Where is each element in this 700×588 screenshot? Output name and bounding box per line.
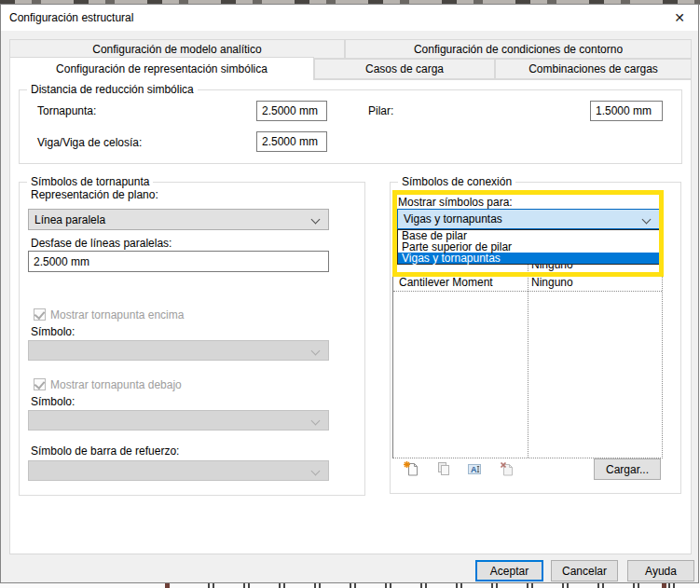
ayuda-button[interactable]: Ayuda: [627, 560, 694, 581]
button-label: Cargar...: [606, 463, 649, 476]
mostrar-debajo-label: Mostrar tornapunta debajo: [50, 378, 182, 391]
combobox-value: Vigas y tornapuntas: [404, 212, 502, 226]
desfase-label: Desfase de líneas paralelas:: [31, 237, 172, 250]
background-artifacts: [182, 583, 689, 588]
cancelar-button[interactable]: Cancelar: [551, 560, 618, 581]
mostrar-simbolos-label: Mostrar símbolos para:: [398, 196, 513, 209]
table-column-divider: [528, 234, 528, 458]
representacion-plano-combobox[interactable]: Línea paralela: [28, 209, 329, 230]
mostrar-encima-label: Mostrar tornapunta encima: [50, 308, 184, 321]
group-title: Distancia de reducción simbólica: [27, 83, 198, 96]
tab-modelo-analitico[interactable]: Configuración de modelo analítico: [9, 39, 345, 59]
simbolo-debajo-label: Símbolo:: [31, 395, 75, 408]
aceptar-button[interactable]: Aceptar: [475, 560, 543, 581]
rename-symbol-button[interactable]: A: [466, 460, 483, 477]
combobox-value: Línea paralela: [34, 213, 105, 226]
barra-refuerzo-label: Símbolo de barra de refuerzo:: [31, 444, 179, 458]
table-row-divider: [393, 291, 662, 292]
titlebar[interactable]: Configuración estructural ✕: [1, 5, 698, 31]
tab-casos-de-carga[interactable]: Casos de carga: [314, 59, 495, 79]
duplicate-symbol-button: [434, 460, 451, 477]
mostrar-simbolos-combobox[interactable]: Vigas y tornapuntas: [397, 209, 660, 229]
background-app-bottom-sliver: [0, 583, 700, 588]
tab-combinaciones-cargas[interactable]: Combinaciones de cargas: [495, 59, 692, 79]
group-title: Símbolos de conexión: [398, 175, 515, 188]
dropdown-option-vigas-y-tornapuntas[interactable]: Vigas y tornapuntas: [398, 253, 659, 264]
chevron-down-icon: [311, 467, 321, 476]
tab-representacion-simbolica[interactable]: Configuración de representación simbólic…: [9, 57, 314, 80]
table-cell-symbol: Ninguno: [531, 276, 573, 289]
mostrar-encima-checkbox: [34, 308, 46, 321]
svg-text:A: A: [471, 465, 477, 474]
chevron-down-icon: [311, 417, 321, 426]
chevron-down-icon: [642, 215, 652, 225]
viga-input[interactable]: [256, 131, 327, 152]
group-title: Símbolos de tornapunta: [27, 175, 153, 188]
rename-icon: A: [466, 460, 483, 477]
connection-symbols-table[interactable]: Ninguno Cantilever Moment Ninguno: [392, 233, 663, 458]
dialog-title: Configuración estructural: [9, 11, 133, 24]
pilar-input[interactable]: [590, 101, 663, 121]
simbolo-encima-label: Símbolo:: [31, 325, 75, 338]
table-row-divider: [393, 272, 662, 273]
barra-refuerzo-combobox: [28, 460, 329, 481]
close-icon[interactable]: ✕: [666, 7, 693, 28]
copy-icon: [434, 460, 451, 477]
simbolo-debajo-combobox: [28, 410, 329, 431]
simbolo-encima-combobox: [28, 340, 329, 361]
new-document-icon: [403, 460, 419, 477]
delete-symbol-button: [499, 460, 515, 477]
tab-label: Configuración de modelo analítico: [92, 43, 261, 56]
background-artifact-dot: [662, 583, 666, 588]
screen: Configuración estructural ✕ Configuració…: [0, 0, 700, 588]
button-label: Ayuda: [645, 565, 677, 578]
group-distancia-reduccion: Distancia de reducción simbólica: [19, 89, 682, 164]
button-label: Aceptar: [490, 565, 528, 578]
chevron-down-icon: [311, 347, 321, 356]
tornapunta-input[interactable]: [256, 101, 327, 121]
table-cell-name[interactable]: Cantilever Moment: [399, 276, 493, 289]
chevron-down-icon: [311, 215, 321, 225]
desfase-input[interactable]: [28, 251, 329, 272]
pilar-label: Pilar:: [368, 104, 393, 117]
new-symbol-button[interactable]: [403, 460, 419, 477]
background-artifact-dot: [165, 583, 170, 588]
tab-condiciones-contorno[interactable]: Configuración de condiciones de contorno: [345, 39, 692, 59]
mostrar-simbolos-dropdown-list: Base de pilar Parte superior de pilar Vi…: [397, 229, 660, 265]
tab-label: Configuración de representación simbólic…: [56, 62, 268, 75]
button-label: Cancelar: [562, 565, 607, 578]
representacion-plano-label: Representación de plano:: [31, 188, 158, 201]
cargar-button[interactable]: Cargar...: [594, 458, 661, 480]
tab-label: Casos de carga: [365, 62, 444, 75]
tornapunta-label: Tornapunta:: [37, 104, 96, 117]
structural-settings-dialog: Configuración estructural ✕ Configuració…: [0, 4, 699, 583]
tab-label: Configuración de condiciones de contorno: [414, 43, 623, 56]
delete-icon: [499, 460, 515, 477]
tab-label: Combinaciones de cargas: [528, 62, 658, 75]
viga-label: Viga/Viga de celosía:: [37, 136, 142, 149]
mostrar-debajo-checkbox: [34, 378, 46, 390]
